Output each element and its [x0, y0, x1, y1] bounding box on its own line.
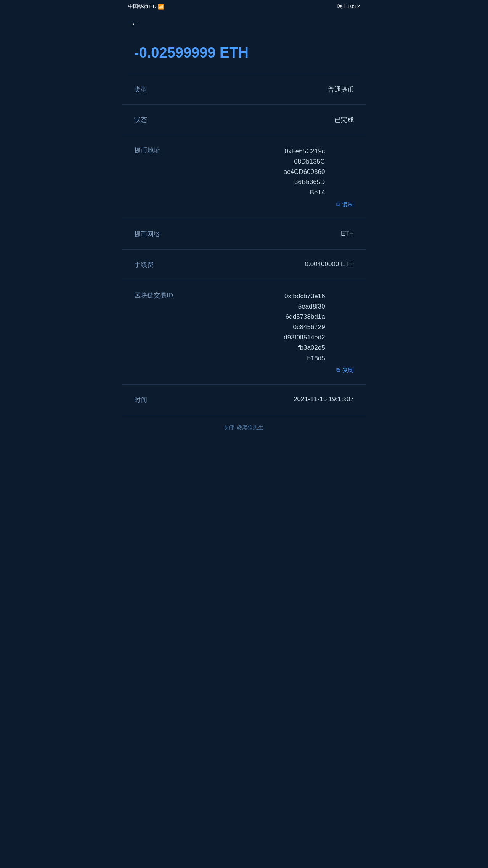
txid-block-header: 区块链交易ID 0xfbdcb73e165ead8f30 6dd5738bd1a… [134, 291, 354, 363]
status-row: 状态 已完成 [122, 105, 366, 135]
txid-content: 0xfbdcb73e165ead8f30 6dd5738bd1a0c845672… [282, 291, 354, 363]
address-copy-label: 复制 [342, 201, 354, 208]
footer-watermark: 知乎 @黑狼先生 [122, 415, 366, 440]
status-bar-time: 晚上10:12 [337, 3, 360, 10]
amount-value: -0.02599999 ETH [134, 44, 354, 62]
copy-icon: ⧉ [336, 201, 340, 208]
status-label: 状态 [134, 116, 165, 124]
network-value: ETH [341, 230, 354, 238]
txid-copy-button[interactable]: ⧉ 复制 [134, 366, 354, 374]
txid-label: 区块链交易ID [134, 291, 173, 300]
watermark-text: 知乎 @黑狼先生 [225, 424, 263, 431]
type-label: 类型 [134, 85, 165, 94]
txid-copy-label: 复制 [342, 366, 354, 374]
back-button[interactable]: ← [131, 19, 140, 29]
address-block: 提币地址 0xFe65C219c68Db135C ac4CD60936036Bb… [122, 135, 366, 219]
txid-value: 0xfbdcb73e165ead8f30 6dd5738bd1a0c845672… [282, 291, 325, 363]
status-bar: 中国移动 HD 📶 晚上10:12 [122, 0, 366, 13]
amount-section: -0.02599999 ETH [122, 35, 366, 74]
time-value: 2021-11-15 19:18:07 [294, 395, 354, 403]
address-value: 0xFe65C219c68Db135C ac4CD60936036Bb365D … [282, 146, 325, 198]
carrier-text: 中国移动 HD [128, 3, 156, 10]
fee-row: 手续费 0.00400000 ETH [122, 250, 366, 280]
address-content: 0xFe65C219c68Db135C ac4CD60936036Bb365D … [282, 146, 354, 198]
status-bar-left: 中国移动 HD 📶 [128, 3, 164, 10]
status-value: 已完成 [334, 116, 354, 124]
address-block-header: 提币地址 0xFe65C219c68Db135C ac4CD60936036Bb… [134, 146, 354, 198]
type-value: 普通提币 [328, 85, 354, 94]
txid-copy-icon: ⧉ [336, 367, 340, 373]
fee-value: 0.00400000 ETH [305, 260, 354, 268]
txid-block: 区块链交易ID 0xfbdcb73e165ead8f30 6dd5738bd1a… [122, 280, 366, 385]
time-label: 时间 [134, 395, 165, 404]
address-label: 提币地址 [134, 146, 165, 155]
network-row: 提币网络 ETH [122, 219, 366, 250]
header: ← [122, 13, 366, 35]
type-row: 类型 普通提币 [122, 74, 366, 105]
address-copy-button[interactable]: ⧉ 复制 [134, 201, 354, 208]
network-label: 提币网络 [134, 230, 165, 239]
signal-icon: 📶 [158, 4, 164, 10]
time-row: 时间 2021-11-15 19:18:07 [122, 385, 366, 415]
fee-label: 手续费 [134, 260, 165, 269]
